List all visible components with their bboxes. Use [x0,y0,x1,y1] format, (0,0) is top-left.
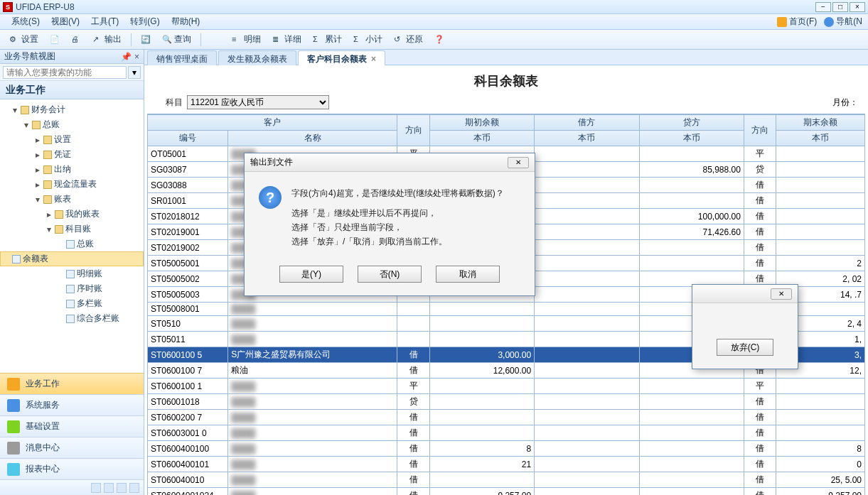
dialog-close-icon[interactable]: ✕ [508,157,529,168]
toolbar-btn1[interactable]: 📄 [45,33,65,47]
yes-button[interactable]: 是(Y) [279,266,343,283]
tab-发生额及余额表[interactable]: 发生额及余额表 [218,50,296,65]
toolbar-icon: ↗ [92,35,102,45]
tree-node-余额表[interactable]: 余额表 [0,251,144,266]
toolbar-累计[interactable]: Σ累计 [308,31,347,48]
home-icon [777,17,787,27]
table-row[interactable]: ST0600100 1████平平 [148,379,865,394]
sidebar-search-button[interactable]: ▾ [128,66,141,79]
menu-帮助(H)[interactable]: 帮助(H) [166,14,206,29]
tree-node-出纳[interactable]: ▸出纳 [0,162,144,177]
window-close-button[interactable]: × [850,2,865,12]
dialog2-close-icon[interactable]: ✕ [771,288,792,300]
dialog-message: 字段(方向4)超宽，是否继续处理(继续处理将截断数据)？ 选择「是」继续处理并以… [291,186,504,249]
toolbar-查询[interactable]: 🔍查询 [157,31,196,48]
tree-node-我的账表[interactable]: ▸我的账表 [0,207,144,222]
section-系统服务[interactable]: 系统服务 [0,394,144,415]
tab-客户科目余额表[interactable]: 客户科目余额表× [298,50,385,65]
tree-node-综合多栏账[interactable]: 综合多栏账 [0,311,144,326]
section-报表中心[interactable]: 报表中心 [0,458,144,479]
table-row[interactable]: ST06004001024████借9,257.00借9,257.00 [148,488,865,496]
sidebar-pin-icon[interactable]: 📌 [121,52,132,62]
table-row[interactable]: ST0600400101████借21借0 [148,457,865,472]
tree-label: 我的账表 [65,208,100,220]
mini-icon-3[interactable] [117,483,127,493]
toolbar-btn2[interactable]: 🖨 [66,33,86,47]
col-opening: 期初余额 [429,115,534,131]
no-button[interactable]: 否(N) [358,266,422,283]
toolbar-icon: 🔍 [162,35,172,45]
section-基础设置[interactable]: 基础设置 [0,415,144,437]
menu-系统(S)[interactable]: 系统(S) [6,14,45,29]
tree-node-现金流量表[interactable]: ▸现金流量表 [0,177,144,192]
tree-node-账表[interactable]: ▾账表 [0,192,144,207]
toolbar-设置[interactable]: ⚙设置 [4,31,43,48]
tree-node-财务会计[interactable]: ▾财务会计 [0,102,144,117]
subject-select[interactable]: 112201 应收人民币 [187,95,329,109]
mini-icon-1[interactable] [91,483,101,493]
sidebar: 业务导航视图 📌 × ▾ 业务工作 ▾财务会计▾总账▸设置▸凭证▸出纳▸现金流量… [0,50,144,495]
toolbar-btn4[interactable]: 🔄 [136,33,156,47]
table-row[interactable]: ST06003001 0████借借 [148,425,865,441]
mini-icon-2[interactable] [104,483,114,493]
filter-row: 科目 112201 应收人民币 月份： [144,94,868,114]
toolbar-明细[interactable]: ≡明细 [227,31,266,48]
section-icon [7,463,20,476]
section-消息中心[interactable]: 消息中心 [0,437,144,458]
toolbar-btn6[interactable] [205,33,225,47]
home-link[interactable]: 首页(F) [777,16,817,28]
folder-icon [43,136,52,144]
toolbar-输出[interactable]: ↗输出 [87,31,127,48]
toolbar-还原[interactable]: ↺还原 [389,31,428,48]
menu-转到(G)[interactable]: 转到(G) [124,14,165,29]
cancel-button[interactable]: 取消 [436,266,500,283]
tree-node-凭证[interactable]: ▸凭证 [0,147,144,162]
section-业务工作[interactable]: 业务工作 [0,373,144,394]
window-maximize-button[interactable]: □ [832,2,848,12]
folder-icon [21,106,29,114]
document-tabs: 销售管理桌面发生额及余额表客户科目余额表× [144,50,868,65]
toolbar-小计[interactable]: Σ小计 [348,31,387,48]
table-row[interactable]: ST060040010████借借25, 5.00 [148,472,865,488]
section-label: 系统服务 [26,399,60,411]
doc-icon [66,285,75,293]
tree-node-多栏账[interactable]: 多栏账 [0,296,144,311]
tree-node-序时账[interactable]: 序时账 [0,281,144,296]
col-closing: 期末余额 [776,115,865,131]
tree-label: 账表 [54,193,71,205]
tree-arrow-icon: ▸ [34,135,41,145]
toolbar-icon: Σ [353,35,363,45]
table-row[interactable]: ST06001018████贷借 [148,394,865,410]
nav-link[interactable]: 导航(N [824,16,862,28]
tree-node-设置[interactable]: ▸设置 [0,132,144,147]
compass-icon [824,17,834,27]
table-row[interactable]: ST0600200 7████借借 [148,410,865,425]
col-dir: 方向 [397,115,429,146]
window-title: UFIDA ERP-U8 [16,2,75,12]
tree-node-科目账[interactable]: ▾科目账 [0,222,144,236]
tree-label: 序时账 [77,283,102,295]
menubar: 系统(S)视图(V)工具(T)转到(G)帮助(H) 首页(F) 导航(N [0,14,868,30]
abandon-button[interactable]: 放弃(C) [717,339,773,356]
menu-视图(V)[interactable]: 视图(V) [45,14,85,29]
tree-node-总账[interactable]: 总账 [0,236,144,251]
tab-close-icon[interactable]: × [371,54,376,64]
doc-icon [12,255,21,263]
window-minimize-button[interactable]: − [815,2,831,12]
toolbar-icon: ⚙ [9,35,19,45]
sidebar-close-icon[interactable]: × [134,52,139,62]
tree-node-总账[interactable]: ▾总账 [0,117,144,132]
tree-node-明细账[interactable]: 明细账 [0,266,144,281]
toolbar-详细[interactable]: ≣详细 [267,31,306,48]
col-debit: 借方 [535,115,639,131]
mini-icon-4[interactable] [129,483,139,493]
tree-label: 综合多栏账 [77,312,119,325]
menu-工具(T)[interactable]: 工具(T) [85,14,124,29]
table-row[interactable]: ST0600400100████借8借8 [148,441,865,457]
sidebar-search-input[interactable] [3,66,127,79]
sidebar-panel-header: 业务导航视图 📌 × [0,50,144,64]
folder-icon [43,151,52,159]
toolbar-btn12[interactable]: ❓ [429,33,449,47]
tab-销售管理桌面[interactable]: 销售管理桌面 [147,50,217,65]
question-icon: ? [259,186,282,209]
